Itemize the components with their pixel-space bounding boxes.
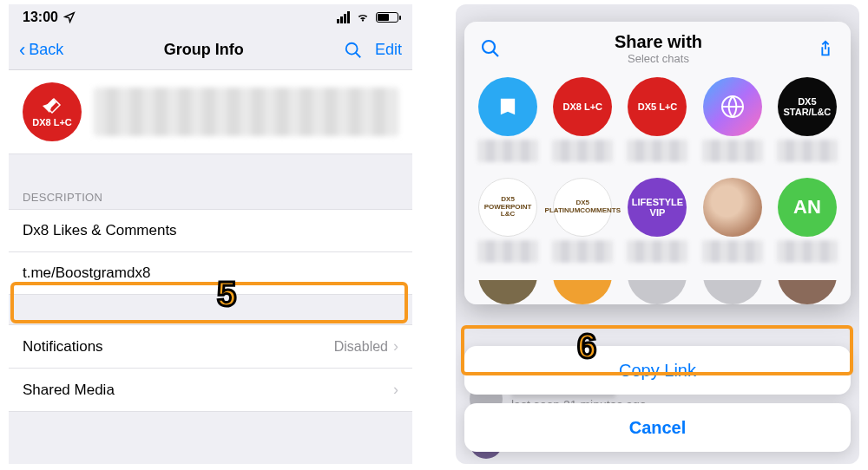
edit-button[interactable]: Edit: [375, 41, 402, 59]
search-icon[interactable]: [344, 41, 363, 60]
chat-label-redacted: [552, 240, 613, 263]
chat-item[interactable]: DX5 STAR/L&C: [773, 77, 842, 173]
svg-point-2: [483, 41, 495, 53]
wifi-icon: [355, 11, 371, 23]
chat-label-redacted: [777, 140, 838, 162]
chat-label-redacted: [702, 140, 763, 162]
share-title: Share with: [615, 32, 702, 52]
share-link-row[interactable]: t.me/Boostgramdx8: [9, 252, 412, 295]
chat-label-redacted: [477, 140, 538, 162]
navigation-bar: ‹ Back Group Info Edit: [9, 30, 412, 70]
cancel-label: Cancel: [629, 418, 687, 438]
svg-line-1: [356, 52, 361, 57]
chat-label-redacted: [702, 240, 763, 263]
chat-item[interactable]: DX5 POWERPOINT L&C: [473, 178, 542, 273]
notifications-row[interactable]: Notifications Disabled ›: [9, 324, 412, 369]
search-icon[interactable]: [480, 38, 501, 59]
chat-grid: DX8 L+CDX5 L+CDX5 STAR/L&CDX5 POWERPOINT…: [471, 74, 844, 280]
chat-avatar: [703, 178, 762, 237]
copy-link-button[interactable]: Copy Link: [464, 346, 851, 395]
chat-avatar: DX5 POWERPOINT L&C: [478, 178, 537, 237]
location-icon: [63, 11, 76, 23]
chat-avatar: [478, 77, 537, 136]
signal-icon: [337, 11, 350, 23]
back-label: Back: [29, 41, 63, 59]
share-sheet-screen: last seen 21 minutes ago Ryan Yoder Shar…: [456, 4, 859, 464]
status-time: 13:00: [23, 10, 58, 25]
chat-item[interactable]: DX5 L+C: [622, 77, 692, 173]
notifications-label: Notifications: [23, 338, 103, 356]
rocket-icon: [42, 96, 62, 117]
status-bar: 13:00: [9, 4, 412, 30]
group-header: DX8 L+C: [9, 70, 412, 154]
chat-item[interactable]: [698, 178, 767, 273]
group-name-redacted: [94, 88, 398, 136]
chat-item[interactable]: DX8 L+C: [548, 77, 617, 173]
chat-grid-row3: [471, 280, 844, 304]
chat-label-redacted: [777, 240, 838, 263]
chat-label-redacted: [627, 140, 687, 162]
chat-item[interactable]: LIFESTYLE VIP: [622, 178, 692, 273]
avatar-label: DX8 L+C: [32, 117, 72, 127]
chat-avatar: DX5 L+C: [628, 77, 687, 136]
description-section-label: DESCRIPTION: [9, 184, 412, 209]
chat-item[interactable]: AN: [773, 178, 842, 273]
description-row: Dx8 Likes & Comments: [9, 209, 412, 252]
svg-line-3: [493, 51, 498, 56]
svg-point-0: [346, 42, 358, 54]
chat-avatar: DX5 STAR/L&C: [778, 77, 837, 136]
battery-icon: [376, 12, 398, 23]
share-sheet: Share with Select chats DX8 L+CDX5 L+CDX…: [464, 22, 851, 304]
chat-label-redacted: [627, 240, 687, 263]
chat-avatar: DX5 PLATINUMCOMMENTS: [553, 178, 612, 237]
chat-item[interactable]: [473, 77, 542, 173]
description-text: Dx8 Likes & Comments: [23, 222, 177, 239]
share-link-text: t.me/Boostgramdx8: [23, 264, 150, 282]
chevron-left-icon: ‹: [19, 41, 25, 60]
shared-media-row[interactable]: Shared Media ›: [9, 369, 412, 412]
group-info-screen: 13:00 ‹ Back Group Info: [9, 4, 412, 464]
chevron-right-icon: ›: [393, 337, 398, 356]
chat-avatar: AN: [778, 178, 837, 237]
chat-avatar: LIFESTYLE VIP: [628, 178, 687, 237]
chevron-right-icon: ›: [393, 381, 398, 399]
share-icon[interactable]: [816, 38, 835, 59]
share-subtitle: Select chats: [615, 52, 702, 65]
chat-item[interactable]: [698, 77, 767, 173]
shared-media-label: Shared Media: [23, 382, 115, 399]
chat-avatar: [703, 77, 762, 136]
chat-item[interactable]: DX5 PLATINUMCOMMENTS: [548, 178, 617, 273]
chat-avatar: DX8 L+C: [553, 77, 612, 136]
cancel-button[interactable]: Cancel: [464, 403, 851, 452]
chat-label-redacted: [477, 240, 538, 263]
chat-label-redacted: [552, 140, 613, 162]
group-avatar[interactable]: DX8 L+C: [23, 82, 82, 141]
back-button[interactable]: ‹ Back: [19, 41, 63, 60]
page-title: Group Info: [164, 41, 244, 59]
copy-link-label: Copy Link: [619, 361, 696, 381]
notifications-value: Disabled: [334, 339, 388, 355]
